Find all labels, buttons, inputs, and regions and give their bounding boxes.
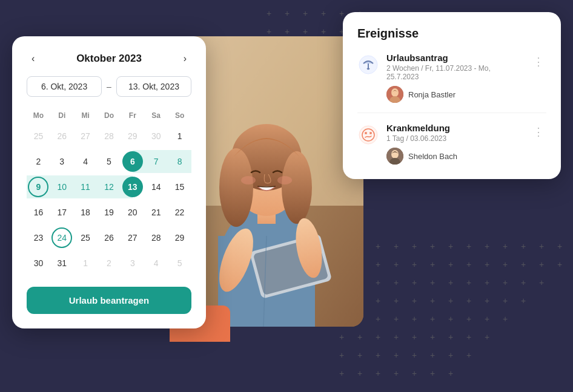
day-headers: MoDiMiDoFrSaSo — [27, 109, 191, 122]
calendar-day[interactable]: 1 — [168, 125, 191, 148]
decorative-plus: + — [503, 242, 508, 250]
calendar-day[interactable]: 10 — [50, 175, 74, 198]
decorative-plus: + — [521, 296, 526, 305]
event-more-vacation[interactable]: ⋮ — [531, 53, 546, 71]
calendar-day[interactable]: 5 — [168, 252, 191, 275]
event-detail-sick: 1 Tag / 03.06.2023 — [386, 134, 523, 143]
decorative-plus: + — [448, 315, 453, 323]
calendar-row: 2526272829301 — [27, 125, 191, 148]
decorative-plus: + — [394, 260, 399, 269]
calendar-day[interactable]: 20 — [121, 201, 144, 224]
decorative-plus: + — [557, 242, 562, 250]
calendar-row: 2345678 — [27, 150, 191, 173]
date-range: 6. Okt, 2023 – 13. Okt, 2023 — [27, 76, 191, 97]
decorative-plus: + — [430, 296, 435, 305]
calendar-day[interactable]: 15 — [168, 175, 191, 198]
decorative-plus: + — [376, 296, 380, 305]
decorative-plus: + — [430, 315, 435, 323]
calendar-day[interactable]: 7 — [144, 150, 168, 173]
decorative-plus: + — [485, 315, 489, 323]
calendar-day[interactable]: 13 — [121, 175, 144, 198]
calendar-day[interactable]: 28 — [144, 226, 168, 249]
calendar-day[interactable]: 2 — [98, 252, 121, 275]
decorative-plus: + — [321, 9, 326, 18]
decorative-plus: + — [412, 351, 417, 359]
decorative-plus: + — [267, 27, 271, 36]
decorative-plus: + — [430, 369, 435, 377]
start-date-input[interactable]: 6. Okt, 2023 — [27, 76, 102, 97]
event-person-vacation: Ronja Bastler — [386, 86, 523, 103]
decorative-plus: + — [503, 260, 508, 269]
decorative-plus: + — [394, 351, 399, 359]
calendar-day[interactable]: 16 — [27, 201, 50, 224]
calendar-day[interactable]: 27 — [121, 226, 144, 249]
calendar-day[interactable]: 18 — [74, 201, 98, 224]
calendar-day[interactable]: 26 — [50, 125, 74, 148]
calendar-day[interactable]: 17 — [50, 201, 74, 224]
calendar-day[interactable]: 29 — [121, 125, 144, 148]
decorative-plus: + — [376, 278, 380, 287]
calendar-day[interactable]: 5 — [98, 150, 121, 173]
decorative-plus: + — [412, 296, 417, 305]
calendar-day[interactable]: 3 — [50, 150, 74, 173]
decorative-plus: + — [339, 351, 344, 359]
decorative-plus: + — [466, 315, 471, 323]
calendar-day[interactable]: 25 — [74, 226, 98, 249]
decorative-plus: + — [376, 315, 380, 323]
events-card: Ereignisse Urlaubsantrag 2 Wochen / Fr, … — [343, 12, 561, 179]
decorative-plus: + — [466, 296, 471, 305]
decorative-plus: + — [394, 296, 399, 305]
calendar-day[interactable]: 4 — [74, 150, 98, 173]
calendar-day[interactable]: 4 — [144, 252, 168, 275]
calendar-row: 9101112131415 — [27, 175, 191, 198]
calendar-day[interactable]: 21 — [144, 201, 168, 224]
calendar-day[interactable]: 31 — [50, 252, 74, 275]
day-header: Do — [98, 109, 121, 122]
event-more-sick[interactable]: ⋮ — [531, 123, 546, 141]
calendar-day[interactable]: 26 — [98, 226, 121, 249]
decorative-plus: + — [394, 278, 399, 287]
svg-point-8 — [219, 148, 253, 227]
calendar-day[interactable]: 8 — [168, 150, 191, 173]
calendar-day[interactable]: 2 — [27, 150, 50, 173]
calendar-day[interactable]: 22 — [168, 201, 191, 224]
calendar-day[interactable]: 23 — [27, 226, 50, 249]
end-date-input[interactable]: 13. Okt, 2023 — [116, 76, 191, 97]
calendar-day[interactable]: 24 — [50, 226, 74, 249]
event-content-vacation: Urlaubsantrag 2 Wochen / Fr, 11.07.2023 … — [386, 53, 523, 103]
decorative-plus: + — [448, 260, 453, 269]
prev-month-button[interactable]: ‹ — [27, 51, 39, 67]
decorative-plus: + — [521, 278, 526, 287]
person-name-sheldon: Sheldon Bach — [408, 152, 457, 161]
calendar-day[interactable]: 6 — [121, 150, 144, 173]
calendar-day[interactable]: 27 — [74, 125, 98, 148]
calendar-day[interactable]: 11 — [74, 175, 98, 198]
decorative-plus: + — [376, 260, 380, 269]
calendar-day[interactable]: 30 — [27, 252, 50, 275]
decorative-plus: + — [357, 333, 362, 341]
day-header: Fr — [121, 109, 144, 122]
next-month-button[interactable]: › — [179, 51, 191, 67]
day-header: Di — [50, 109, 74, 122]
calendar-row: 23242526272829 — [27, 226, 191, 249]
calendar-day[interactable]: 29 — [168, 226, 191, 249]
calendar-day[interactable]: 28 — [98, 125, 121, 148]
person-name-ronja: Ronja Bastler — [408, 90, 455, 99]
calendar-day[interactable]: 19 — [98, 201, 121, 224]
decorative-plus: + — [412, 242, 417, 250]
decorative-plus: + — [503, 315, 508, 323]
calendar-day[interactable]: 30 — [144, 125, 168, 148]
calendar-day[interactable]: 12 — [98, 175, 121, 198]
calendar-day[interactable]: 14 — [144, 175, 168, 198]
calendar-day[interactable]: 25 — [27, 125, 50, 148]
calendar-day[interactable]: 1 — [74, 252, 98, 275]
calendar-card: ‹ Oktober 2023 › 6. Okt, 2023 – 13. Okt,… — [12, 36, 206, 328]
calendar-day[interactable]: 9 — [27, 175, 50, 198]
decorative-plus: + — [539, 278, 544, 287]
decorative-plus: + — [376, 351, 380, 359]
decorative-plus: + — [503, 296, 508, 305]
decorative-plus: + — [412, 315, 417, 323]
avatar-ronja — [386, 86, 403, 103]
calendar-day[interactable]: 3 — [121, 252, 144, 275]
vacation-button[interactable]: Urlaub beantragen — [27, 287, 191, 314]
